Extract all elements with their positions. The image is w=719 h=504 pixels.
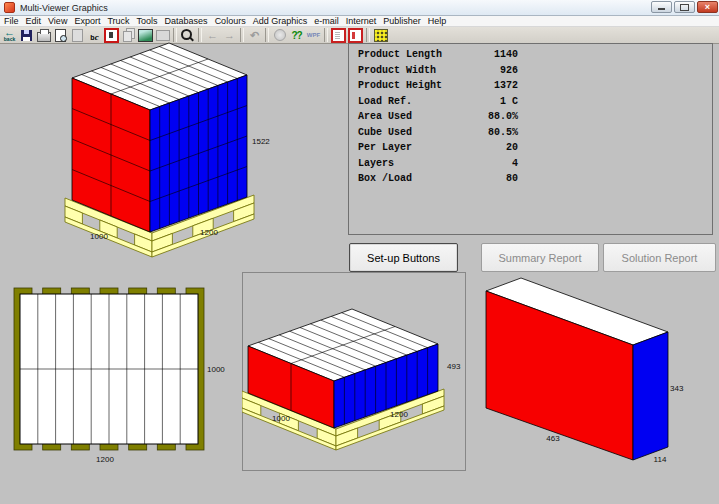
pdf-report-icon[interactable] [347, 27, 364, 43]
minimize-button[interactable] [651, 1, 672, 13]
back-icon[interactable]: ← back [1, 27, 18, 43]
menu-tools[interactable]: Tools [137, 16, 158, 26]
multi-viewer-window: { "window": { "title": "Multi-Viewer Gra… [0, 0, 719, 504]
help-icon[interactable]: ?? [288, 27, 305, 43]
menu-truck[interactable]: Truck [107, 16, 129, 26]
window-title: Multi-Viewer Graphics [20, 3, 108, 13]
full-load-3d-view[interactable]: 1000 1200 1522 [55, 40, 280, 260]
dim-label-height: 1522 [252, 137, 270, 146]
dim-label-width: 1000 [90, 232, 108, 241]
stat-row: Per Layer20 [349, 140, 518, 156]
menu-add-graphics[interactable]: Add Graphics [253, 16, 308, 26]
stat-row: Product Width926 [349, 63, 518, 79]
stat-row: Load Ref.1 C [349, 94, 518, 110]
stat-row: Cube Used80.5% [349, 125, 518, 141]
stat-row: Area Used88.0% [349, 109, 518, 125]
menu-email[interactable]: e-mail [314, 16, 339, 26]
print-icon[interactable] [35, 27, 52, 43]
stat-row: Product Height1372 [349, 78, 518, 94]
menu-help[interactable]: Help [428, 16, 447, 26]
dim-label-length: 1200 [390, 410, 408, 419]
dim-label-width: 114 [654, 455, 667, 464]
dim-label-height: 493 [447, 362, 461, 371]
product-box-3d-view[interactable]: 463 114 343 [480, 275, 719, 475]
menu-file[interactable]: File [4, 16, 19, 26]
save-icon[interactable] [18, 27, 35, 43]
close-icon: × [705, 3, 710, 11]
pdf-export-icon[interactable] [330, 27, 347, 43]
menu-databases[interactable]: Databases [165, 16, 208, 26]
stats-panel: Product Length1140 Product Width926 Prod… [348, 43, 713, 235]
menu-bar: File Edit View Export Truck Tools Databa… [0, 16, 719, 27]
grid-icon[interactable] [372, 27, 389, 43]
dim-label-width: 1000 [207, 365, 225, 374]
workspace: Product Length1140 Product Width926 Prod… [0, 44, 719, 504]
stat-row: Layers4 [349, 156, 518, 172]
layer-plan-view[interactable]: 1200 1000 [10, 283, 240, 469]
solution-report-button[interactable]: Solution Report [603, 243, 716, 272]
menu-view[interactable]: View [48, 16, 67, 26]
menu-edit[interactable]: Edit [26, 16, 42, 26]
toolbar-separator [324, 28, 328, 42]
maximize-button[interactable] [674, 1, 695, 13]
dim-label-length: 1200 [96, 455, 114, 464]
stat-row: Product Length1140 [349, 47, 518, 63]
menu-internet[interactable]: Internet [346, 16, 377, 26]
minimize-icon [658, 8, 665, 10]
stat-row: Box /Load80 [349, 171, 518, 187]
dim-label-width: 1000 [272, 414, 290, 423]
menu-publisher[interactable]: Publisher [383, 16, 421, 26]
title-bar: Multi-Viewer Graphics × [0, 0, 719, 16]
maximize-icon [680, 4, 689, 11]
summary-report-button[interactable]: Summary Report [481, 243, 599, 272]
menu-export[interactable]: Export [74, 16, 100, 26]
dim-label-length: 1200 [200, 228, 218, 237]
app-icon [4, 2, 15, 13]
toolbar-separator [366, 28, 370, 42]
dim-label-length: 463 [546, 434, 560, 443]
single-layer-3d-view[interactable]: 1000 1200 493 [242, 272, 466, 471]
dim-label-height: 343 [670, 384, 684, 393]
close-button[interactable]: × [697, 1, 718, 13]
menu-colours[interactable]: Colours [215, 16, 246, 26]
wpf-icon[interactable]: WPF [305, 27, 322, 43]
setup-buttons-button[interactable]: Set-up Buttons [349, 243, 458, 272]
